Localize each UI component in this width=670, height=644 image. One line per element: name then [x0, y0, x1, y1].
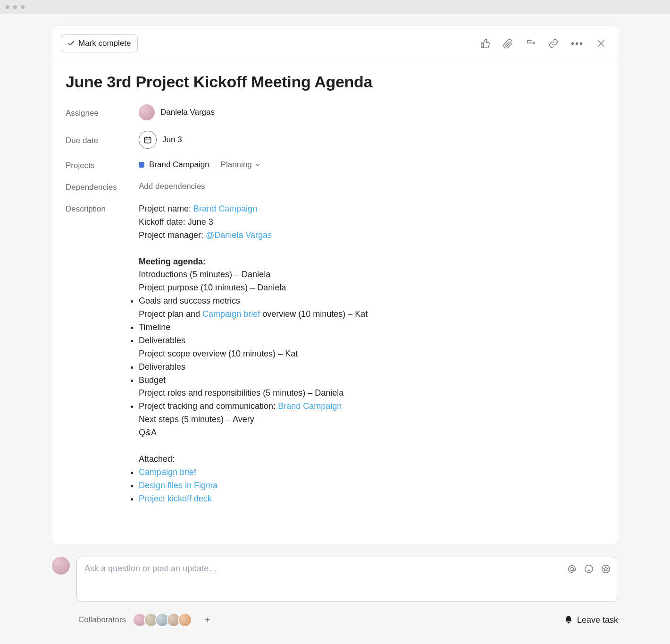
- svg-rect-0: [144, 137, 151, 143]
- bell-icon: [564, 615, 573, 625]
- attachment-link[interactable]: Design files in Figma: [139, 481, 218, 490]
- assignee-value[interactable]: Daniela Vargas: [139, 104, 215, 120]
- traffic-light: [13, 5, 17, 9]
- chevron-down-icon: [255, 162, 260, 168]
- mention-link[interactable]: @Daniela Vargas: [206, 230, 272, 240]
- window-chrome: [0, 0, 670, 14]
- campaign-brief-link[interactable]: Campaign brief: [202, 309, 260, 319]
- projects-label: Projects: [66, 159, 139, 170]
- comment-section: Collaborators + Leave task: [52, 551, 618, 636]
- leave-task-label: Leave task: [577, 615, 618, 625]
- close-icon[interactable]: [596, 38, 606, 49]
- task-title[interactable]: June 3rd Project Kickoff Meeting Agenda: [66, 73, 604, 91]
- avatar: [52, 557, 70, 575]
- subtask-icon[interactable]: [526, 38, 536, 49]
- attachment-icon[interactable]: [503, 38, 513, 49]
- collaborators-label: Collaborators: [78, 615, 126, 625]
- description-label: Description: [66, 203, 139, 214]
- project-name: Brand Campaign: [149, 160, 209, 169]
- attachment-link[interactable]: Project kickoff deck: [139, 494, 212, 503]
- check-icon: [68, 40, 75, 47]
- comment-box[interactable]: [76, 557, 618, 602]
- comment-input[interactable]: [84, 564, 610, 574]
- assignee-name: Daniela Vargas: [160, 108, 215, 117]
- add-dependencies-button[interactable]: Add dependencies: [139, 182, 205, 191]
- header-actions: •••: [480, 38, 606, 49]
- emoji-icon[interactable]: [584, 564, 594, 574]
- add-collaborator-button[interactable]: +: [201, 614, 214, 626]
- project-section-dropdown[interactable]: Planning: [221, 160, 260, 169]
- calendar-icon: [139, 131, 157, 149]
- attachment-link[interactable]: Campaign brief: [139, 467, 196, 477]
- assignee-label: Assignee: [66, 107, 139, 118]
- at-mention-icon[interactable]: [567, 564, 577, 574]
- due-date-text: Jun 3: [162, 135, 182, 144]
- star-icon[interactable]: [601, 564, 611, 574]
- due-date-value[interactable]: Jun 3: [139, 131, 182, 149]
- task-panel: Mark complete ••• June 3rd Project Kicko…: [52, 25, 618, 544]
- collaborators-list: [133, 613, 192, 627]
- traffic-light: [6, 5, 9, 9]
- link-icon[interactable]: [548, 38, 559, 49]
- avatar[interactable]: [178, 613, 192, 627]
- svg-point-2: [585, 565, 593, 573]
- project-chip[interactable]: Brand Campaign: [139, 160, 209, 169]
- project-section-label: Planning: [221, 160, 252, 169]
- traffic-light: [21, 5, 25, 9]
- more-icon[interactable]: •••: [571, 38, 584, 49]
- mark-complete-label: Mark complete: [78, 39, 131, 48]
- svg-point-1: [570, 568, 573, 571]
- like-icon[interactable]: [480, 38, 491, 49]
- project-color-dot: [139, 162, 144, 168]
- due-date-label: Due date: [66, 134, 139, 145]
- project-link[interactable]: Brand Campaign: [193, 204, 257, 213]
- mark-complete-button[interactable]: Mark complete: [61, 34, 138, 52]
- task-header: Mark complete •••: [52, 26, 618, 61]
- dependencies-label: Dependencies: [66, 181, 139, 192]
- description-body[interactable]: Project name: Brand Campaign Kickoff dat…: [139, 203, 368, 505]
- project-link[interactable]: Brand Campaign: [278, 401, 342, 411]
- avatar: [139, 104, 155, 120]
- leave-task-button[interactable]: Leave task: [564, 615, 618, 625]
